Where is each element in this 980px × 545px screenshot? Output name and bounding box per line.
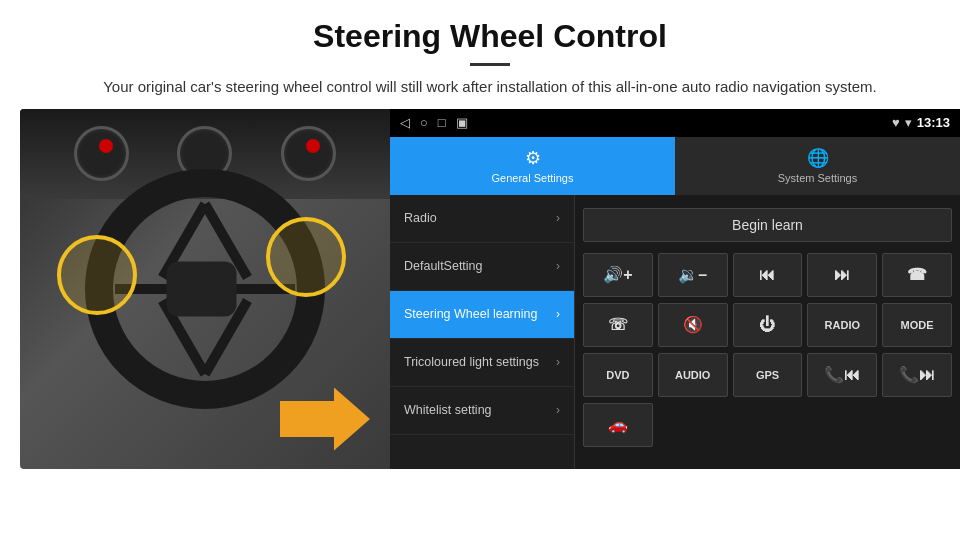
hang-up-button[interactable]: ☏ <box>583 303 653 347</box>
control-buttons-row1: 🔊+ 🔉– ⏮ ⏭ ☎ <box>583 253 952 297</box>
tel-prev-icon: 📞⏮ <box>824 365 860 384</box>
tel-next-button[interactable]: 📞⏭ <box>882 353 952 397</box>
menu-item-steering-wheel[interactable]: Steering Wheel learning › <box>390 291 574 339</box>
chevron-right-icon: › <box>556 211 560 225</box>
head-unit: ◁ ○ □ ▣ ♥ ▾ 13:13 ⚙ General Settings 🌐 S… <box>390 109 960 469</box>
vol-down-button[interactable]: 🔉– <box>658 253 728 297</box>
vol-down-icon: 🔉– <box>678 265 707 284</box>
tel-next-icon: 📞⏭ <box>899 365 935 384</box>
sw-hub <box>167 261 237 316</box>
status-bar: ◁ ○ □ ▣ ♥ ▾ 13:13 <box>390 109 960 137</box>
mute-button[interactable]: 🔇 <box>658 303 728 347</box>
mode-button[interactable]: MODE <box>882 303 952 347</box>
menu-item-default-label: DefaultSetting <box>404 259 556 274</box>
chevron-right-icon-5: › <box>556 403 560 417</box>
back-icon: ◁ <box>400 115 410 130</box>
audio-button[interactable]: AUDIO <box>658 353 728 397</box>
status-bar-right: ♥ ▾ 13:13 <box>892 115 950 130</box>
dvd-button[interactable]: DVD <box>583 353 653 397</box>
phone-answer-button[interactable]: ☎ <box>882 253 952 297</box>
mode-label: MODE <box>901 319 934 331</box>
menu-item-radio-label: Radio <box>404 211 556 226</box>
chevron-right-icon-4: › <box>556 355 560 369</box>
recents-icon: □ <box>438 115 446 130</box>
gps-button[interactable]: GPS <box>733 353 803 397</box>
status-time: 13:13 <box>917 115 950 130</box>
globe-icon: 🌐 <box>807 147 829 169</box>
menu-item-whitelist-label: Whitelist setting <box>404 403 556 418</box>
tab-system-settings[interactable]: 🌐 System Settings <box>675 137 960 195</box>
settings-gear-icon: ⚙ <box>525 147 541 169</box>
gauge-red-indicator <box>99 139 113 153</box>
sw-highlight-left <box>57 235 137 315</box>
vol-up-icon: 🔊+ <box>603 265 632 284</box>
steering-wheel-image <box>20 109 390 469</box>
tel-prev-button[interactable]: 📞⏮ <box>807 353 877 397</box>
gauge-right <box>281 126 336 181</box>
chevron-right-icon-3: › <box>556 307 560 321</box>
dvd-label: DVD <box>606 369 629 381</box>
menu-item-default-setting[interactable]: DefaultSetting › <box>390 243 574 291</box>
page-header: Steering Wheel Control Your original car… <box>0 0 980 109</box>
status-bar-nav-icons: ◁ ○ □ ▣ <box>400 115 892 130</box>
begin-learn-button[interactable]: Begin learn <box>583 208 952 242</box>
audio-label: AUDIO <box>675 369 710 381</box>
page-subtitle: Your original car's steering wheel contr… <box>40 76 940 99</box>
settings-main: Radio › DefaultSetting › Steering Wheel … <box>390 195 960 469</box>
page-title: Steering Wheel Control <box>40 18 940 55</box>
gps-label: GPS <box>756 369 779 381</box>
power-icon: ⏻ <box>759 316 775 334</box>
phone-answer-icon: ☎ <box>907 265 927 284</box>
settings-menu: Radio › DefaultSetting › Steering Wheel … <box>390 195 575 469</box>
extra-button[interactable]: 🚗 <box>583 403 653 447</box>
svg-marker-0 <box>280 387 370 450</box>
radio-button[interactable]: RADIO <box>807 303 877 347</box>
prev-track-icon: ⏮ <box>759 266 775 284</box>
power-button[interactable]: ⏻ <box>733 303 803 347</box>
sw-highlight-right <box>266 217 346 297</box>
control-buttons-row4: 🚗 <box>583 403 952 447</box>
menu-item-tricoloured[interactable]: Tricoloured light settings › <box>390 339 574 387</box>
title-divider <box>470 63 510 66</box>
vol-up-button[interactable]: 🔊+ <box>583 253 653 297</box>
menu-item-steering-label: Steering Wheel learning <box>404 307 556 322</box>
next-track-button[interactable]: ⏭ <box>807 253 877 297</box>
control-buttons-row3: DVD AUDIO GPS 📞⏮ 📞⏭ <box>583 353 952 397</box>
hang-up-icon: ☏ <box>608 315 628 334</box>
radio-label: RADIO <box>825 319 860 331</box>
tab-general-settings[interactable]: ⚙ General Settings <box>390 137 675 195</box>
control-panel: Begin learn 🔊+ 🔉– ⏮ ⏭ <box>575 195 960 469</box>
arrow-indicator <box>280 384 370 454</box>
home-icon: ○ <box>420 115 428 130</box>
location-icon: ♥ <box>892 115 900 130</box>
content-area: ◁ ○ □ ▣ ♥ ▾ 13:13 ⚙ General Settings 🌐 S… <box>0 109 980 469</box>
menu-item-whitelist[interactable]: Whitelist setting › <box>390 387 574 435</box>
prev-track-button[interactable]: ⏮ <box>733 253 803 297</box>
gauge-red-right <box>306 139 320 153</box>
begin-learn-row: Begin learn <box>583 203 952 247</box>
chevron-right-icon-2: › <box>556 259 560 273</box>
tab-system-label: System Settings <box>778 172 857 184</box>
mute-icon: 🔇 <box>683 315 703 334</box>
extra-icon: 🚗 <box>608 415 628 434</box>
menu-item-tricoloured-label: Tricoloured light settings <box>404 355 556 370</box>
control-buttons-row2: ☏ 🔇 ⏻ RADIO MODE <box>583 303 952 347</box>
wifi-icon: ▾ <box>905 115 912 130</box>
screenshot-icon: ▣ <box>456 115 468 130</box>
next-track-icon: ⏭ <box>834 266 850 284</box>
menu-item-radio[interactable]: Radio › <box>390 195 574 243</box>
tabs-bar: ⚙ General Settings 🌐 System Settings <box>390 137 960 195</box>
tab-general-label: General Settings <box>492 172 574 184</box>
gauge-left <box>74 126 129 181</box>
